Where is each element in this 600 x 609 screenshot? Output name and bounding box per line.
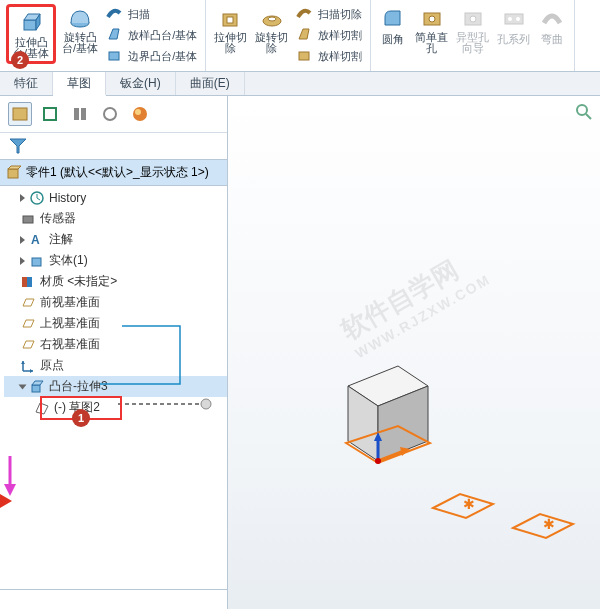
loft-button[interactable]: 放样凸台/基体 (104, 25, 199, 45)
cut-revolve-button[interactable]: 旋转切 除 (251, 2, 292, 56)
revolve-boss-button[interactable]: 旋转凸 台/基体 (58, 2, 102, 56)
sidebar-mode-tabs (0, 96, 227, 133)
cut-revolve-label-l2: 除 (266, 43, 277, 54)
graphics-viewport[interactable]: 软件自学网 WWW.RJZXW.COM ✱ ✱ (228, 96, 600, 609)
part-root-node[interactable]: 零件1 (默认<<默认>_显示状态 1>) (0, 159, 227, 186)
tree-history-label: History (49, 191, 86, 205)
tree-top-label: 上视基准面 (40, 315, 100, 332)
fillet-button[interactable]: 圆角 (375, 2, 411, 49)
expand-icon[interactable] (20, 257, 25, 265)
tab-sketch[interactable]: 草图 (53, 72, 106, 96)
command-tabbar: 特征 草图 钣金(H) 曲面(E) (0, 72, 600, 96)
hole-simple-label-l2: 孔 (426, 43, 437, 54)
sweep-icon (106, 5, 124, 23)
hole-series-button[interactable]: 孔系列 (493, 2, 534, 49)
tree-annotation[interactable]: A注解 (4, 229, 227, 250)
tree-right-label: 右视基准面 (40, 336, 100, 353)
mode-render[interactable] (128, 102, 152, 126)
mode-property[interactable] (38, 102, 62, 126)
svg-rect-18 (81, 108, 86, 120)
tree-origin[interactable]: 原点 (4, 355, 227, 376)
material-icon (20, 274, 36, 290)
sketch-diamond-1: ✱ (428, 486, 498, 526)
cut-sweep-icon (296, 5, 314, 23)
svg-point-11 (470, 16, 476, 22)
tree-history[interactable]: History (4, 188, 227, 208)
svg-point-14 (516, 17, 520, 21)
hole-wizard-label-l2: 向导 (462, 43, 484, 54)
sidebar-footer (0, 589, 227, 609)
cut-sweep-label: 扫描切除 (318, 7, 362, 22)
svg-text:✱: ✱ (543, 516, 555, 532)
expand-icon[interactable] (20, 194, 25, 202)
highlight-sketch2: 1 (40, 396, 122, 420)
revolve-label-l2: 台/基体 (62, 43, 98, 54)
svg-rect-27 (22, 277, 27, 287)
svg-point-13 (508, 17, 512, 21)
extrude-icon (17, 9, 45, 37)
boundary-icon (106, 47, 124, 65)
watermark-main: 软件自学网 (336, 254, 464, 345)
svg-rect-16 (44, 108, 56, 120)
svg-rect-12 (505, 14, 523, 24)
tree-material[interactable]: 材质 <未指定> (4, 271, 227, 292)
svg-rect-24 (23, 216, 33, 223)
solid-icon (29, 253, 45, 269)
svg-rect-7 (299, 52, 309, 60)
loft-icon (106, 26, 124, 44)
cut-boundary-button[interactable]: 放样切割 (294, 46, 364, 66)
svg-rect-26 (32, 258, 41, 266)
mode-dimxpert[interactable] (98, 102, 122, 126)
mode-config[interactable] (68, 102, 92, 126)
svg-point-34 (375, 458, 381, 464)
feature-tree: History 传感器 A注解 实体(1) 材质 <未指定> 前视基准面 上视基… (0, 186, 227, 420)
svg-point-6 (268, 17, 276, 21)
tree-top-plane[interactable]: 上视基准面 (4, 313, 227, 334)
sketch-diamond-2: ✱ (508, 506, 578, 546)
cut-loft-button[interactable]: 放样切割 (294, 25, 364, 45)
plane-icon (20, 295, 36, 311)
tab-surface[interactable]: 曲面(E) (176, 72, 245, 95)
fillet-label: 圆角 (382, 32, 404, 47)
expand-icon[interactable] (20, 236, 25, 244)
svg-rect-2 (109, 52, 119, 60)
filter-row (0, 133, 227, 159)
svg-rect-4 (227, 17, 233, 23)
watermark: 软件自学网 WWW.RJZXW.COM (335, 241, 493, 362)
cut-sweep-button[interactable]: 扫描切除 (294, 4, 364, 24)
tree-sensor[interactable]: 传感器 (4, 208, 227, 229)
part-icon (6, 165, 22, 181)
extrude-boss-button[interactable]: 拉伸凸 台/基体 2 (6, 4, 56, 64)
boundary-button[interactable]: 边界凸台/基体 (104, 46, 199, 66)
bend-button[interactable]: 弯曲 (534, 2, 570, 49)
hole-simple-button[interactable]: 简单直 孔 (411, 2, 452, 56)
revolve-icon (66, 4, 94, 32)
sweep-button[interactable]: 扫描 (104, 4, 199, 24)
tree-extrude3[interactable]: 凸台-拉伸3 (4, 376, 227, 397)
tree-front-plane[interactable]: 前视基准面 (4, 292, 227, 313)
hole-simple-icon (418, 4, 446, 32)
tree-solid-label: 实体(1) (49, 252, 88, 269)
zoom-to-fit-icon[interactable] (574, 102, 594, 122)
part-title: 零件1 (默认<<默认>_显示状态 1>) (26, 164, 209, 181)
ribbon-toolbar: 拉伸凸 台/基体 2 旋转凸 台/基体 扫描 放样凸台/基体 边界凸台/基体 (0, 0, 600, 72)
mode-feature-tree[interactable] (8, 102, 32, 126)
hole-series-icon (500, 4, 528, 32)
svg-text:A: A (31, 233, 40, 247)
badge-1: 1 (72, 409, 90, 427)
tree-right-plane[interactable]: 右视基准面 (4, 334, 227, 355)
hole-wizard-icon (459, 4, 487, 32)
cut-extrude-button[interactable]: 拉伸切 除 (210, 2, 251, 56)
cut-boundary-label: 放样切割 (318, 49, 362, 64)
cut-extrude-icon (217, 4, 245, 32)
svg-text:✱: ✱ (463, 496, 475, 512)
hole-wizard-button[interactable]: 异型孔 向导 (452, 2, 493, 56)
boundary-label: 边界凸台/基体 (128, 49, 197, 64)
tab-sheetmetal[interactable]: 钣金(H) (106, 72, 176, 95)
annotation-icon: A (29, 232, 45, 248)
expand-icon[interactable] (19, 384, 27, 389)
filter-icon[interactable] (8, 137, 28, 155)
tree-solid[interactable]: 实体(1) (4, 250, 227, 271)
tab-feature[interactable]: 特征 (0, 72, 53, 95)
annotation-arrow-magenta (2, 456, 18, 498)
